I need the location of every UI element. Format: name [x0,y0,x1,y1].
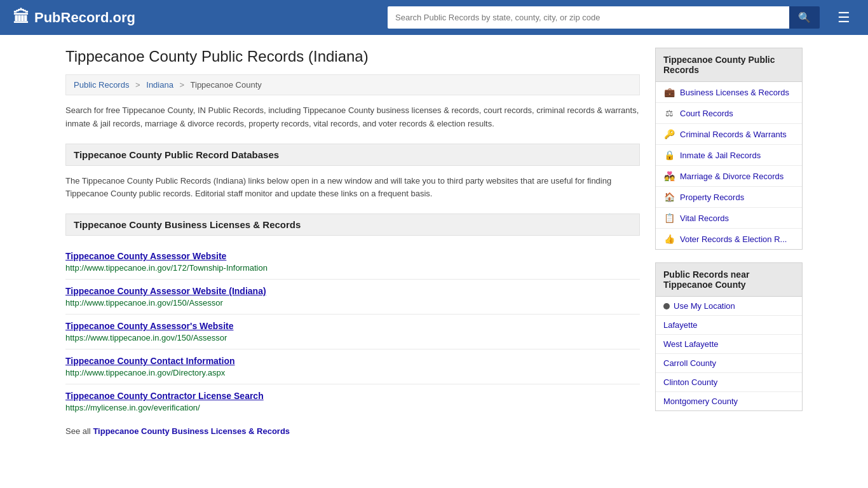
nearby-link-item[interactable]: Lafayette [656,316,802,335]
sidebar-record-item[interactable]: ⚖ Court Records [656,103,802,124]
nearby-link-item[interactable]: Montgomery County [656,392,802,410]
page-wrap: Tippecanoe County Public Records (Indian… [53,35,815,461]
record-title[interactable]: Tippecanoe County Contact Information [65,356,640,366]
hamburger-icon: ☰ [837,10,850,25]
record-url: https://mylicense.in.gov/everification/ [65,403,640,412]
search-input[interactable] [388,6,789,29]
sidebar-nearby-heading: Public Records near Tippecanoe County [655,262,803,297]
sidebar-record-item[interactable]: 📋 Vital Records [656,208,802,229]
record-title[interactable]: Tippecanoe County Assessor's Website [65,321,640,331]
header: 🏛 PubRecord.org 🔍 ☰ [0,0,868,35]
breadcrumb-indiana[interactable]: Indiana [146,80,173,90]
logo-icon: 🏛 [13,8,29,27]
nearby-link-item[interactable]: West Lafayette [656,335,802,354]
sidebar-record-label: Criminal Records & Warrants [680,130,787,139]
search-icon: 🔍 [798,12,811,23]
sidebar-record-item[interactable]: 🔑 Criminal Records & Warrants [656,124,802,145]
records-list: Tippecanoe County Assessor Website http:… [65,245,640,419]
page-title: Tippecanoe County Public Records (Indian… [65,48,640,65]
record-entry: Tippecanoe County Assessor's Website htt… [65,315,640,349]
breadcrumb-current: Tippecanoe County [191,80,262,90]
record-entry: Tippecanoe County Assessor Website (Indi… [65,280,640,315]
record-entry: Tippecanoe County Assessor Website http:… [65,245,640,280]
sidebar-nearby-box: Public Records near Tippecanoe County Us… [655,262,803,411]
logo-text: PubRecord.org [34,10,135,26]
databases-heading: Tippecanoe County Public Record Database… [65,144,640,166]
nearby-location-label: Use My Location [674,301,735,311]
record-entry: Tippecanoe County Contractor License Sea… [65,384,640,419]
sidebar: Tippecanoe County Public Records 💼 Busin… [655,48,803,436]
record-url: http://www.tippecanoe.in.gov/150/Assesso… [65,298,640,308]
main-content: Tippecanoe County Public Records (Indian… [65,48,640,436]
record-title[interactable]: Tippecanoe County Contractor License Sea… [65,391,640,401]
sidebar-record-label: Property Records [680,193,744,202]
logo-area[interactable]: 🏛 PubRecord.org [13,8,135,27]
menu-button[interactable]: ☰ [832,7,855,29]
sidebar-record-label: Voter Records & Election R... [680,234,787,244]
sidebar-record-icon: 🔑 [663,129,675,139]
record-entry: Tippecanoe County Contact Information ht… [65,349,640,384]
search-button[interactable]: 🔍 [789,6,820,29]
sidebar-record-label: Vital Records [680,214,729,223]
business-section-heading: Tippecanoe County Business Licenses & Re… [65,214,640,236]
sidebar-record-label: Inmate & Jail Records [680,151,761,160]
record-url: https://www.tippecanoe.in.gov/150/Assess… [65,333,640,342]
breadcrumb-public-records[interactable]: Public Records [74,80,129,90]
sidebar-record-item[interactable]: 🔒 Inmate & Jail Records [656,145,802,166]
sidebar-record-label: Marriage & Divorce Records [680,172,783,181]
sidebar-records-box: Tippecanoe County Public Records 💼 Busin… [655,48,803,250]
breadcrumb-sep-1: > [135,80,140,90]
description: Search for free Tippecanoe County, IN Pu… [65,104,640,131]
sidebar-record-icon: 💼 [663,87,675,97]
see-all-link[interactable]: Tippecanoe County Business Licenses & Re… [93,426,290,436]
search-bar: 🔍 [388,6,820,29]
sidebar-record-item[interactable]: 💑 Marriage & Divorce Records [656,166,802,187]
sidebar-record-item[interactable]: 🏠 Property Records [656,187,802,208]
record-title[interactable]: Tippecanoe County Assessor Website (Indi… [65,286,640,296]
sidebar-record-icon: 🔒 [663,150,675,160]
sidebar-record-icon: 👍 [663,234,675,244]
breadcrumb-sep-2: > [180,80,185,90]
breadcrumb: Public Records > Indiana > Tippecanoe Co… [65,74,640,95]
record-url: http://www.tippecanoe.in.gov/172/Townshi… [65,263,640,273]
sidebar-record-item[interactable]: 💼 Business Licenses & Records [656,82,802,103]
databases-text: The Tippecanoe County Public Records (In… [65,175,640,201]
see-all: See all Tippecanoe County Business Licen… [65,426,640,436]
sidebar-nearby-list: Use My Location LafayetteWest LafayetteC… [655,297,803,411]
see-all-prefix: See all [65,426,93,436]
sidebar-records-heading: Tippecanoe County Public Records [655,48,803,82]
location-dot-icon [663,303,670,309]
sidebar-records-list: 💼 Business Licenses & Records ⚖ Court Re… [655,82,803,250]
sidebar-record-icon: 💑 [663,171,675,181]
nearby-link-item[interactable]: Clinton County [656,373,802,392]
sidebar-record-item[interactable]: 👍 Voter Records & Election R... [656,229,802,249]
sidebar-record-icon: ⚖ [663,108,675,118]
nearby-location-item[interactable]: Use My Location [656,297,802,316]
record-url: http://www.tippecanoe.in.gov/Directory.a… [65,368,640,377]
nearby-link-item[interactable]: Carroll County [656,354,802,373]
record-title[interactable]: Tippecanoe County Assessor Website [65,251,640,261]
sidebar-record-label: Business Licenses & Records [680,88,789,97]
sidebar-record-icon: 📋 [663,213,675,223]
sidebar-record-icon: 🏠 [663,192,675,202]
sidebar-record-label: Court Records [680,109,733,118]
